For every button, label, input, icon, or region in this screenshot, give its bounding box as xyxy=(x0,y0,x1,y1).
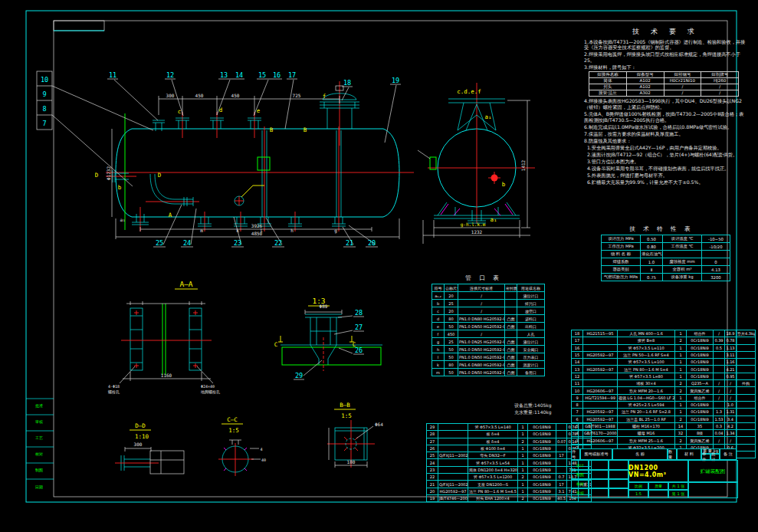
bottom-nozzles xyxy=(198,217,346,226)
nozzle-table-row: g25PN1.0 DN25 HG20592-97 凸面液位计口 xyxy=(432,338,545,346)
side-label-a1-bottom: a₁ xyxy=(490,216,497,223)
bom-header-note: 备 注 xyxy=(720,448,737,460)
balloon-18: 18 xyxy=(343,79,351,87)
tech-note-item: 6.贮槽最大充装量为99.9%，计量允差不大于±0.5%。 xyxy=(584,179,747,186)
bom-header-std: 图号或标准号 xyxy=(580,448,612,460)
tech-table-row: 容器类别Ⅱ 全容积 m³4.13 xyxy=(602,266,730,274)
side-label-group-bottom: g-h.l.k.m xyxy=(461,222,486,228)
balloon-19: 19 xyxy=(392,77,399,84)
bom-row: 13HG20592—97 法兰 PN 80—1.6 M S=41 0Cr18Ni… xyxy=(572,366,756,373)
tech-table-row: 物 料 名 称液化石油气(LPG) xyxy=(602,251,730,258)
balloon-13: 13 xyxy=(220,71,228,79)
bom-row: 4GB/T6170—2000 螺母 M1632 8级0.04 1.34 xyxy=(572,430,756,437)
nozzle-schedule: 管 口 表 符号 公称尺寸 连接尺寸标准 密封面 用途或名称 a₁.₂20/ 液… xyxy=(432,274,536,376)
tech-note-item: 1.安全阀采用弹簧全启式A42Y—16P，由用户自备并定期校验。 xyxy=(584,145,747,151)
scale-section-dd: 1:10 xyxy=(135,433,149,440)
bom-row: 22 管 Φ57×3.5 L=12002 0Cr18Ni90.7 13.7 xyxy=(427,474,592,481)
weld-table-header: 焊接件名称焊条型号 焊丝钢号焊剂牌号 xyxy=(589,72,739,78)
balloon-28: 28 xyxy=(355,309,363,317)
title-section-aa: A—A xyxy=(179,280,192,288)
title-block: 设计 制图 校对 审核 DN1200 VN=4.0m³ 比例 质量 共 1 张 … xyxy=(571,460,737,497)
nozzle-label-m: m xyxy=(200,228,203,233)
weld-table-row: 封头A102 // xyxy=(589,84,739,90)
balloon-22: 22 xyxy=(274,239,282,247)
side-label-group-top: c.d.e.f xyxy=(457,88,481,95)
bom-row: 12 管 Φ57×3.5 L=801 0Cr18Ni9 0.95 xyxy=(572,373,756,379)
title-section-bb: B—B xyxy=(340,402,350,409)
bom-row: 5GB/T901—1988 螺柱 M16×17014 350.3 4.2 xyxy=(572,422,756,429)
nozzle-label-h: h xyxy=(290,228,294,233)
dim-text: 40 xyxy=(261,458,266,462)
bom-row: 27 板 δ=42 0Cr18Ni90.07 0.14 xyxy=(427,438,592,445)
dim-text: 3926 xyxy=(251,223,263,228)
dim-text: 1160 xyxy=(161,373,172,378)
dim-text: Φ1232 xyxy=(106,166,111,180)
balloon-15: 15 xyxy=(258,71,266,79)
tb-scale-value: 1:5 xyxy=(628,489,649,498)
dim-text: 4850 xyxy=(251,231,263,236)
bom-row: 6HG20592—97 法兰盖 BL 25—1.0 RF2 0Cr18Ni91.… xyxy=(572,415,756,422)
dim-text: 4 xyxy=(260,447,262,452)
nozzle-label-a1: a₁ xyxy=(120,217,125,222)
nozzle-label-c: c xyxy=(178,108,182,115)
balloon-20: 20 xyxy=(368,239,376,247)
bom-row: 3HG20606—97 垫片 MFM 25—1.62 聚四氟乙烯/ / xyxy=(572,437,756,444)
bom-row: 17 接管 B=82 0Cr18Ni90.39 0.78 xyxy=(572,337,756,344)
margin-label: 日期 xyxy=(28,484,51,489)
bom-row: 11 堵板 30×42 Q235—A/ /外购 xyxy=(572,380,756,387)
tech-notes-list-1: 1.本设备按JB/T4731—2005《钢制卧式容器》进行制造、检验和验收，并接… xyxy=(584,39,747,71)
tech-notes-list-2: 4.焊接接头表面按HG20583—1998执行，其中DU4、DU26型接头以NG… xyxy=(584,98,747,185)
cut-marker-a: A xyxy=(169,212,172,218)
tb-signature-cell xyxy=(588,488,609,498)
section-a-a xyxy=(120,289,213,383)
tech-table-row: 工作压力 MPa0.80 工作温度 ℃-10/20 xyxy=(602,243,730,251)
bom-row: 21Q/FXJ11—2002 支座 DN1200—S1 0Cr18Ni917 共… xyxy=(427,481,592,488)
bom-row: 18HG21515—95 人孔 MN 400—1.61 组合件/ 18.9垫片4… xyxy=(572,330,756,337)
nozzle-table-row: k80PN1.6 DN80 HG20592-97 凸面温度计口 xyxy=(432,361,545,369)
side-nozzle-b xyxy=(488,172,500,184)
bom-row: 7HG20592—97 法兰 PN 20—1.6 RF S=2.81 0Cr18… xyxy=(572,409,756,415)
vessel-front-view xyxy=(106,81,414,239)
bom-row: 14 管 Φ57×3.5 L=1001 0Cr18Ni9 1.16 xyxy=(572,359,756,366)
bom-row: 28 板 δ=41 0Cr18Ni9 0.78 xyxy=(427,431,592,438)
side-label-b: b xyxy=(502,181,506,188)
balloon-27: 27 xyxy=(355,323,363,331)
technical-requirements: 技 术 要 求 1.本设备按JB/T4731—2005《钢制卧式容器》进行制造、… xyxy=(584,28,747,186)
bom-row: 24 管 Φ57×3.5 L=541 0Cr18Ni9 1.48 xyxy=(427,459,592,466)
weld-table-row: 筒体A102 H0Cr21Ni10HJ260 xyxy=(589,78,739,84)
bom-row: 9HG/T21594—99 视镜 LG 1.04—HG0—S60 LF 20—1… xyxy=(572,394,756,401)
cut-marker-d1: D xyxy=(95,172,99,179)
bom-row: 29 管 Φ57×3.5 L=1401 0Cr18Ni9 0.74 xyxy=(427,424,592,431)
tech-table-title: 技 术 特 性 表 xyxy=(601,225,722,233)
bom-row: 16 管 Φ57×3.5 L=1101 0Cr18Ni90.5 1.13 xyxy=(572,344,756,351)
dim-text: Φ64 xyxy=(375,422,383,427)
scale-section-bb: 1:5 xyxy=(341,412,352,419)
dim-text: 1232 xyxy=(471,229,483,235)
section-c-c xyxy=(218,424,261,476)
margin-label: 审核 xyxy=(28,419,51,424)
tech-table-row: 设计压力 MPa0.50 设计温度 ℃-10~50 xyxy=(602,235,730,243)
balloon-25: 25 xyxy=(156,239,163,247)
title-section-cc: C—C xyxy=(227,416,238,423)
nozzle-table-row: h50PN1.0 DN50 HG20592-97 凸面安全阀口 xyxy=(432,346,545,353)
vessel-side-view xyxy=(418,83,535,244)
tb-sheet-no: 第 1 张 xyxy=(668,489,689,498)
cut-marker-b2: B xyxy=(304,126,307,133)
balloon-leaders xyxy=(37,71,401,379)
margin-label: 制图 xyxy=(28,468,51,472)
balloon-numbers: 10 9 8 7 11 12 13 14 15 16 17 18 19 25 2… xyxy=(41,71,399,379)
tech-note-item: 7.保温层，按需方要求的保温材料及厚度施工。 xyxy=(584,131,747,137)
nozzle-table-row: l50PN1.0 DN50 HG20592-97 凸面压力表口 xyxy=(432,353,545,361)
dim-text: 180 xyxy=(347,459,356,465)
tech-note-item: 5.壳体A、B类焊缝做100%射线检测，按JB/T4730.2—2005中Ⅱ级合… xyxy=(584,111,747,123)
tech-characteristics-table: 设计压力 MPa0.50 设计温度 ℃-10~50 工作压力 MPa0.80 工… xyxy=(601,235,730,281)
dim-text: 450 xyxy=(195,93,204,98)
margin-label: 批准 xyxy=(28,403,51,408)
tech-note-item: 4.焊接接头表面按HG20583—1998执行，其中DU4、DU26型接头以NG… xyxy=(584,98,747,110)
tech-table-row: 气密试验压力 MPa0.75 设备净重 kg3200 xyxy=(602,274,730,281)
bom-row: 26 板 Φ100 δ=41 0Cr18Ni9 0.25 xyxy=(427,445,592,452)
nozzle-table: 符号 公称尺寸 连接尺寸标准 密封面 用途或名称 a₁.₂20/ 液位计口 b2… xyxy=(432,284,545,376)
cut-marker-d2: D xyxy=(158,172,162,179)
balloon-29: 29 xyxy=(295,372,303,379)
balloon-16: 16 xyxy=(273,71,281,79)
